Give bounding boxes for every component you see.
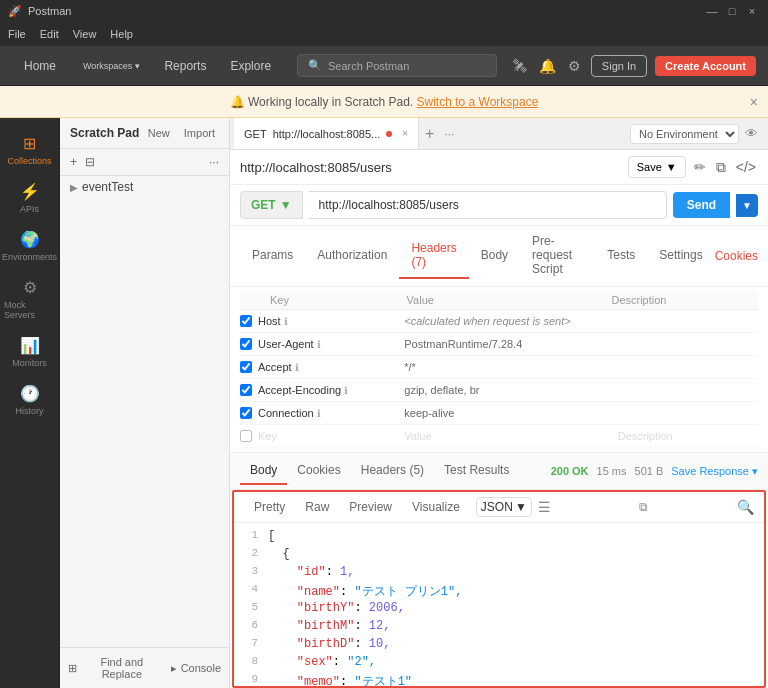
environment-select[interactable]: No Environment xyxy=(630,124,739,144)
header-accept-desc xyxy=(612,365,758,369)
history-icon: 🕐 xyxy=(20,384,40,403)
header-row-connection: Connection ℹ keep-alive xyxy=(240,402,758,425)
json-format-arrow-icon: ▼ xyxy=(515,500,527,514)
line-number: 9 xyxy=(240,673,268,686)
method-select[interactable]: GET ▼ xyxy=(240,191,303,219)
title-bar-controls: — □ × xyxy=(704,3,760,19)
send-button[interactable]: Send xyxy=(673,192,730,218)
header-empty-checkbox[interactable] xyxy=(240,430,252,442)
resp-tab-test-results[interactable]: Test Results xyxy=(434,457,519,485)
new-button[interactable]: New xyxy=(144,126,174,140)
nav-explore[interactable]: Explore xyxy=(218,55,283,77)
search-box[interactable]: 🔍 Search Postman xyxy=(297,54,497,77)
tab-authorization[interactable]: Authorization xyxy=(305,240,399,272)
menu-edit[interactable]: Edit xyxy=(40,28,59,40)
sidebar-item-collections[interactable]: ⊞ Collections xyxy=(0,126,59,174)
title-bar-left: 🚀 Postman xyxy=(8,5,71,18)
close-button[interactable]: × xyxy=(744,3,760,19)
settings-icon[interactable]: ⚙ xyxy=(566,56,583,76)
line-number: 8 xyxy=(240,655,268,673)
line-content: "memo": "テスト1" xyxy=(268,673,758,686)
tab-url: http://localhost:8085... xyxy=(273,128,381,140)
menu-view[interactable]: View xyxy=(73,28,97,40)
header-ua-checkbox[interactable] xyxy=(240,338,252,350)
menu-file[interactable]: File xyxy=(8,28,26,40)
json-tab-pretty[interactable]: Pretty xyxy=(244,496,295,518)
code-icon[interactable]: </> xyxy=(734,157,758,177)
filter-toolbar-button[interactable]: ⊟ xyxy=(83,153,97,171)
header-ua-value: PostmanRuntime/7.28.4 xyxy=(398,336,611,352)
tree-item-event-test[interactable]: ▶ eventTest xyxy=(60,176,229,198)
tab-method: GET xyxy=(244,128,267,140)
json-tab-preview[interactable]: Preview xyxy=(339,496,402,518)
save-response-button[interactable]: Save Response ▾ xyxy=(671,465,758,478)
save-label: Save xyxy=(637,161,662,173)
sign-in-button[interactable]: Sign In xyxy=(591,55,647,77)
menu-help[interactable]: Help xyxy=(110,28,133,40)
notif-link[interactable]: Switch to a Workspace xyxy=(417,95,539,109)
sidebar-item-mock-servers[interactable]: ⚙ Mock Servers xyxy=(0,270,59,328)
create-account-button[interactable]: Create Account xyxy=(655,56,756,76)
import-button[interactable]: Import xyxy=(180,126,219,140)
tab-overflow-button[interactable]: ··· xyxy=(440,127,458,141)
json-content: 1[2 {3 "id": 1,4 "name": "テスト プリン1",5 "b… xyxy=(234,523,764,686)
tab-body[interactable]: Body xyxy=(469,240,520,272)
nav-workspaces[interactable]: Workspaces▾ xyxy=(68,57,152,75)
maximize-button[interactable]: □ xyxy=(724,3,740,19)
json-tab-raw[interactable]: Raw xyxy=(295,496,339,518)
send-arrow-button[interactable]: ▼ xyxy=(736,194,758,217)
url-input[interactable] xyxy=(309,191,667,219)
copy-icon[interactable]: ⧉ xyxy=(714,157,728,178)
find-replace-button[interactable]: ⊞ Find and Replace xyxy=(68,656,163,680)
nav-home[interactable]: Home xyxy=(12,55,68,77)
add-toolbar-button[interactable]: + xyxy=(68,153,79,171)
response-tabs: Body Cookies Headers (5) Test Results xyxy=(240,457,519,485)
edit-icon[interactable]: ✏ xyxy=(692,157,708,177)
cookies-link[interactable]: Cookies xyxy=(715,249,758,263)
bell-icon[interactable]: 🔔 xyxy=(537,56,558,76)
save-button[interactable]: Save ▼ xyxy=(628,156,686,178)
header-host-checkbox[interactable] xyxy=(240,315,252,327)
json-tab-visualize[interactable]: Visualize xyxy=(402,496,470,518)
new-tab-button[interactable]: + xyxy=(419,125,440,143)
tab-params[interactable]: Params xyxy=(240,240,305,272)
json-copy-button[interactable]: ⧉ xyxy=(639,500,648,514)
header-encoding-key: Accept-Encoding ℹ xyxy=(252,382,398,398)
nav-right: 🛰 🔔 ⚙ Sign In Create Account xyxy=(511,55,756,77)
sidebar-item-history[interactable]: 🕐 History xyxy=(0,376,59,424)
resp-tab-body[interactable]: Body xyxy=(240,457,287,485)
header-col-headers: Key Value Description xyxy=(240,291,758,310)
notif-close-button[interactable]: × xyxy=(750,94,758,110)
line-content: "birthD": 10, xyxy=(268,637,758,655)
json-list-button[interactable]: ☰ xyxy=(538,499,551,515)
satellite-icon[interactable]: 🛰 xyxy=(511,56,529,76)
minimize-button[interactable]: — xyxy=(704,3,720,19)
tab-tests[interactable]: Tests xyxy=(595,240,647,272)
sidebar-item-monitors[interactable]: 📊 Monitors xyxy=(0,328,59,376)
json-search-button[interactable]: 🔍 xyxy=(737,499,754,515)
tab-pre-request[interactable]: Pre-request Script xyxy=(520,226,595,286)
header-encoding-checkbox[interactable] xyxy=(240,384,252,396)
nav-reports[interactable]: Reports xyxy=(152,55,218,77)
json-format-selector[interactable]: JSON ▼ xyxy=(476,497,532,517)
tab-settings[interactable]: Settings xyxy=(647,240,714,272)
sidebar-item-environments[interactable]: 🌍 Environments xyxy=(0,222,59,270)
col-value-label: Value xyxy=(407,294,612,306)
resp-tab-headers[interactable]: Headers (5) xyxy=(351,457,434,485)
header-accept-checkbox[interactable] xyxy=(240,361,252,373)
tab-close-icon[interactable]: × xyxy=(402,128,408,139)
request-tab-get[interactable]: GET http://localhost:8085... × xyxy=(234,118,419,149)
search-placeholder: Search Postman xyxy=(328,60,409,72)
environment-eye-button[interactable]: 👁 xyxy=(745,126,758,141)
line-content: "birthY": 2006, xyxy=(268,601,758,619)
console-button[interactable]: ▸ Console xyxy=(171,656,221,680)
tab-headers[interactable]: Headers (7) xyxy=(399,233,468,279)
more-toolbar-button[interactable]: ··· xyxy=(207,153,221,171)
sidebar-item-apis[interactable]: ⚡ APIs xyxy=(0,174,59,222)
search-icon: 🔍 xyxy=(308,59,322,72)
right-panel: GET http://localhost:8085... × + ··· No … xyxy=(230,118,768,688)
header-connection-desc xyxy=(612,411,758,415)
header-connection-checkbox[interactable] xyxy=(240,407,252,419)
resp-tab-cookies[interactable]: Cookies xyxy=(287,457,350,485)
console-icon: ▸ xyxy=(171,662,177,675)
